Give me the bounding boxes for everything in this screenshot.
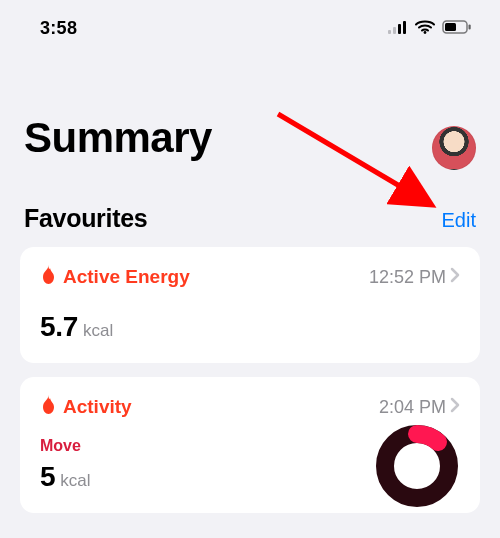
flame-icon [40,395,57,419]
svg-point-4 [424,31,427,34]
status-bar: 3:58 [0,0,500,39]
chevron-right-icon [450,397,460,417]
battery-icon [442,18,472,39]
card-activity[interactable]: Activity 2:04 PM Move 5 kcal [20,377,480,513]
svg-rect-6 [445,23,456,31]
status-icons [388,18,472,39]
flame-icon [40,265,57,289]
activity-ring-icon [376,425,458,507]
profile-avatar[interactable] [432,126,476,170]
svg-rect-2 [398,24,401,34]
metric-unit: kcal [60,471,90,491]
metric-unit: kcal [83,321,113,341]
page-title: Summary [24,114,500,162]
svg-rect-3 [403,21,406,34]
chevron-right-icon [450,267,460,287]
wifi-icon [415,18,435,39]
card-title: Activity [63,396,132,418]
edit-button[interactable]: Edit [442,209,476,232]
cellular-icon [388,18,408,39]
card-active-energy[interactable]: Active Energy 12:52 PM 5.7 kcal [20,247,480,363]
status-time: 3:58 [40,18,77,39]
card-timestamp: 2:04 PM [379,397,446,418]
card-timestamp: 12:52 PM [369,267,446,288]
card-title: Active Energy [63,266,190,288]
svg-rect-0 [388,30,391,34]
favourites-title: Favourites [24,204,147,233]
metric-value: 5 [40,461,55,493]
svg-rect-1 [393,27,396,34]
svg-rect-7 [469,25,471,30]
favourites-header: Favourites Edit [0,162,500,247]
metric-value: 5.7 [40,311,78,343]
